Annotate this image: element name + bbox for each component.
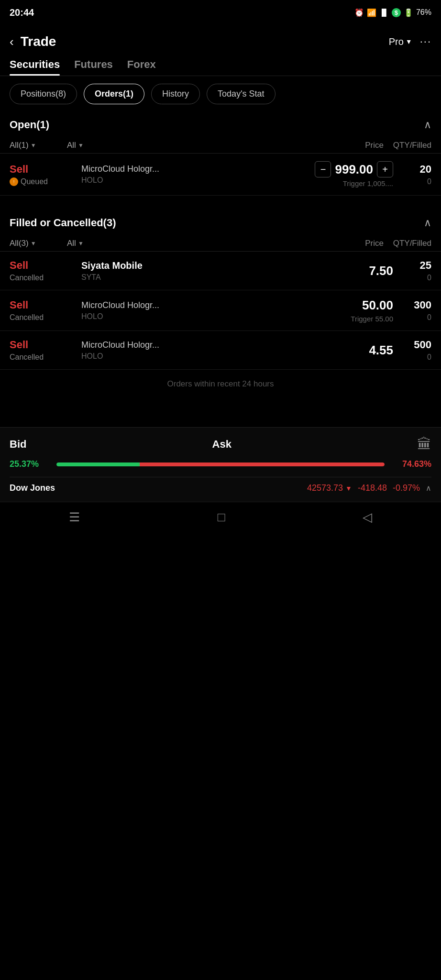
open-filter-right[interactable]: All ▼ xyxy=(67,141,317,150)
main-tabs: Securities Futures Forex xyxy=(0,58,441,76)
open-order-filled: 0 xyxy=(393,177,431,186)
filled-orders-table-header: All(3) ▼ All ▼ Price QTY/Filled xyxy=(0,236,441,252)
price-decrease-button[interactable]: − xyxy=(315,161,331,177)
filled-order-0-status: Cancelled xyxy=(10,274,81,282)
battery-icon: 🔋 xyxy=(404,8,413,17)
bid-label: Bid xyxy=(10,438,26,451)
filled-col-qty: QTY/Filled xyxy=(393,239,431,248)
filled-order-1-status: Cancelled xyxy=(10,313,81,322)
filled-order-1-filled: 0 xyxy=(393,313,431,322)
filled-order-1-price-area: 50.00 Trigger 55.00 xyxy=(298,298,393,323)
open-order-price: 999.00 xyxy=(335,162,373,177)
ticker-down-arrow: ▼ xyxy=(345,484,352,492)
ask-bar xyxy=(140,462,385,466)
status-time: 20:44 xyxy=(10,7,34,18)
queued-icon: ↑ xyxy=(13,179,15,184)
filled-order-row-1: Sell Cancelled MicroCloud Hologr... HOLO… xyxy=(0,290,441,331)
ask-percentage: 74.63% xyxy=(388,459,431,469)
more-button[interactable]: ··· xyxy=(420,35,431,48)
battery-pct: 76% xyxy=(416,8,431,17)
open-filter-right-arrow: ▼ xyxy=(78,142,84,149)
filled-order-0-stock-name: Siyata Mobile xyxy=(81,260,187,271)
filled-order-1-status-text: Cancelled xyxy=(10,313,44,322)
open-section-toggle[interactable]: ∧ xyxy=(424,119,431,131)
alarm-icon: ⏰ xyxy=(354,8,364,17)
bid-ask-section: Bid Ask 🏛 25.37% 74.63% Dow Jones 42573.… xyxy=(0,427,441,502)
ticker-row: Dow Jones 42573.73 ▼ -418.48 -0.97% ∧ xyxy=(10,477,431,497)
filled-section-header: Filled or Cancelled(3) ∧ xyxy=(0,210,441,236)
nav-home-icon[interactable]: □ xyxy=(218,510,225,525)
filled-order-0-filled: 0 xyxy=(393,274,431,282)
open-order-row: Sell ↑ Queued MicroCloud Hologr... HOLO … xyxy=(0,154,441,196)
filled-order-0-status-text: Cancelled xyxy=(10,274,44,282)
bid-bar xyxy=(56,462,140,466)
filled-order-0-price: 7.50 xyxy=(298,264,393,278)
tab-forex[interactable]: Forex xyxy=(127,58,156,76)
filled-order-row-0: Sell Cancelled Siyata Mobile SYTA 7.50 2… xyxy=(0,252,441,290)
open-order-stock-name: MicroCloud Hologr... xyxy=(81,164,187,174)
spacer1 xyxy=(0,196,441,210)
status-bar: 20:44 ⏰ 📶 ▐▌ $ 🔋 76% xyxy=(0,0,441,25)
bank-icon: 🏛 xyxy=(417,436,431,452)
back-button[interactable]: ‹ xyxy=(10,34,14,49)
filled-order-2-filled: 0 xyxy=(393,353,431,362)
filled-order-1-qty: 300 xyxy=(393,299,431,311)
subtab-orders[interactable]: Orders(1) xyxy=(84,84,144,104)
cashapp-icon: $ xyxy=(392,8,401,17)
nav-menu-icon[interactable]: ☰ xyxy=(69,510,80,525)
filled-filter-right[interactable]: All ▼ xyxy=(67,239,317,248)
filled-order-2-status-text: Cancelled xyxy=(10,353,44,362)
header-right: Pro ▼ ··· xyxy=(389,35,431,48)
ticker-change: -418.48 xyxy=(358,483,387,493)
orders-note: Orders within recent 24 hours xyxy=(0,370,441,398)
spacer2 xyxy=(0,398,441,427)
bottom-nav: ☰ □ ◁ xyxy=(0,502,441,534)
open-col-price: Price xyxy=(365,141,384,150)
filled-section-toggle[interactable]: ∧ xyxy=(424,217,431,229)
open-order-price-area: − 999.00 + Trigger 1,005.... xyxy=(298,161,393,187)
price-increase-button[interactable]: + xyxy=(377,161,393,177)
tab-futures[interactable]: Futures xyxy=(74,58,113,76)
open-filter-left-arrow: ▼ xyxy=(31,142,36,149)
filled-order-row-2: Sell Cancelled MicroCloud Hologr... HOLO… xyxy=(0,331,441,370)
filled-order-1-stock-name: MicroCloud Hologr... xyxy=(81,300,187,310)
ticker-toggle[interactable]: ∧ xyxy=(426,484,431,493)
subtab-history[interactable]: History xyxy=(151,84,200,104)
filled-order-1-trigger: Trigger 55.00 xyxy=(298,315,393,323)
wifi-icon: 📶 xyxy=(367,8,376,17)
filled-order-2-price: 4.55 xyxy=(298,343,393,358)
filled-order-0-action: Sell xyxy=(10,259,81,272)
filled-order-2-status: Cancelled xyxy=(10,353,81,362)
bid-ask-progress-bar xyxy=(56,462,385,466)
queued-dot: ↑ xyxy=(10,177,18,186)
open-order-status-text: Queued xyxy=(21,177,48,186)
open-order-action: Sell xyxy=(10,163,81,176)
open-col-qty: QTY/Filled xyxy=(393,141,431,150)
open-filter-left[interactable]: All(1) ▼ xyxy=(10,141,67,150)
page-title: Trade xyxy=(21,34,56,49)
ticker-pct: -0.97% xyxy=(393,483,420,493)
subtab-positions[interactable]: Positions(8) xyxy=(10,84,77,104)
subtab-todaystat[interactable]: Today's Stat xyxy=(207,84,276,104)
bid-percentage: 25.37% xyxy=(10,459,53,469)
filled-order-2-symbol: HOLO xyxy=(81,352,298,361)
ticker-name: Dow Jones xyxy=(10,483,301,493)
tab-securities[interactable]: Securities xyxy=(10,58,60,76)
filled-order-2-action: Sell xyxy=(10,339,81,351)
pro-button[interactable]: Pro ▼ xyxy=(389,36,412,47)
filled-col-price: Price xyxy=(365,239,384,248)
open-order-status: ↑ Queued xyxy=(10,177,81,186)
open-section-header: Open(1) ∧ xyxy=(0,112,441,138)
open-order-trigger: Trigger 1,005.... xyxy=(298,179,393,187)
open-section-title: Open(1) xyxy=(10,119,49,131)
bid-ask-bar: 25.37% 74.63% xyxy=(10,459,431,469)
sub-tabs: Positions(8) Orders(1) History Today's S… xyxy=(0,76,441,112)
filled-filter-left[interactable]: All(3) ▼ xyxy=(10,239,67,248)
bid-ask-header: Bid Ask 🏛 xyxy=(10,436,431,452)
filled-filter-left-arrow: ▼ xyxy=(31,240,36,247)
ticker-price: 42573.73 ▼ xyxy=(307,483,352,493)
filled-order-0-qty: 25 xyxy=(393,259,431,272)
pro-label: Pro xyxy=(389,36,404,47)
header: ‹ Trade Pro ▼ ··· xyxy=(0,25,441,58)
nav-back-icon[interactable]: ◁ xyxy=(363,510,372,525)
